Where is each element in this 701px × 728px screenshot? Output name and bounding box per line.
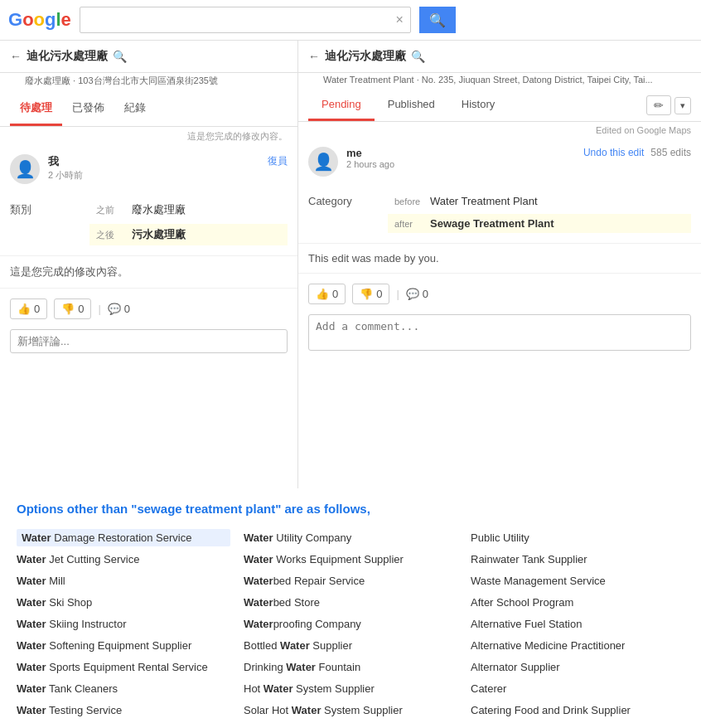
search-button[interactable]: 🔍 bbox=[419, 7, 456, 33]
right-comment-button[interactable]: 💬 0 bbox=[406, 288, 428, 300]
list-item: Bottled Water Supplier bbox=[244, 637, 457, 654]
right-place-subtitle: Water Treatment Plant · No. 235, Jiuquan… bbox=[298, 73, 701, 90]
panels-container: ← 迪化污水處理廠 🔍 廢水處理廠 · 103台灣台北市大同區酒泉街235號 待… bbox=[0, 41, 701, 488]
panel-right: ← 迪化污水處理廠 🔍 Water Treatment Plant · No. … bbox=[298, 41, 701, 488]
left-place-subtitle: 廢水處理廠 · 103台灣台北市大同區酒泉街235號 bbox=[0, 73, 297, 92]
right-user-info: 👤 me 2 hours ago bbox=[308, 147, 394, 177]
left-category-diff: 之前 廢水處理廠 之後 污水處理廠 bbox=[89, 199, 288, 245]
left-google-note: 這是您完成的修改內容。 bbox=[0, 127, 297, 146]
list-item: Caterer bbox=[471, 680, 684, 697]
right-before-label: before bbox=[394, 197, 423, 206]
clear-search-icon[interactable]: × bbox=[389, 12, 410, 27]
list-item: Water Testing Service bbox=[17, 701, 230, 719]
right-before-value: Water Treatment Plant bbox=[430, 195, 538, 207]
options-col1: Water Damage Restoration ServiceWater Je… bbox=[17, 529, 230, 728]
right-after-value: Sewage Treatment Plant bbox=[430, 217, 554, 230]
right-category-label: Category bbox=[308, 192, 375, 207]
edit-icon-button[interactable]: ✏ bbox=[646, 95, 671, 115]
right-vote-row: 👍 0 👎 0 | 💬 0 bbox=[298, 277, 701, 311]
tab-published-left[interactable]: 已發佈 bbox=[62, 92, 114, 126]
options-grid: Water Damage Restoration ServiceWater Je… bbox=[17, 529, 684, 728]
options-col3: Public UtilityRainwater Tank SupplierWas… bbox=[471, 529, 684, 728]
right-diff-after: after Sewage Treatment Plant bbox=[388, 214, 691, 233]
right-thumbs-up-button[interactable]: 👍 0 bbox=[308, 284, 346, 304]
left-panel-header: ← 迪化污水處理廠 🔍 bbox=[0, 41, 297, 73]
dropdown-button[interactable]: ▾ bbox=[674, 97, 691, 114]
tab-history-left[interactable]: 紀錄 bbox=[114, 92, 156, 126]
left-place-title: 迪化污水處理廠 bbox=[27, 49, 108, 64]
right-edited-note: Edited on Google Maps bbox=[298, 122, 701, 138]
right-category-diff: before Water Treatment Plant after Sewag… bbox=[388, 192, 691, 233]
list-item: Water Jet Cutting Service bbox=[17, 551, 230, 568]
left-back-arrow[interactable]: ← bbox=[10, 50, 22, 63]
right-user-time: 2 hours ago bbox=[346, 159, 394, 169]
right-thumbs-up-icon: 👍 bbox=[316, 288, 329, 300]
list-item: Alternator Supplier bbox=[471, 658, 684, 676]
tab-pending-right[interactable]: Pending bbox=[308, 90, 375, 121]
list-item: Solar Hot Water System Supplier bbox=[244, 701, 457, 719]
left-thumbs-down-icon: 👎 bbox=[61, 303, 75, 315]
list-item: Boarding House bbox=[244, 723, 457, 728]
right-comment-icon: 💬 bbox=[406, 288, 419, 300]
left-comment-area bbox=[10, 329, 288, 353]
right-comment-count: 0 bbox=[423, 288, 428, 300]
left-up-count: 0 bbox=[34, 303, 40, 315]
right-back-arrow[interactable]: ← bbox=[308, 50, 320, 63]
list-item: Waterproofing Company bbox=[244, 615, 457, 633]
left-vote-row: 👍 0 👎 0 | 💬 0 bbox=[0, 292, 297, 326]
list-item: Alternative Medicine Practitioner bbox=[471, 637, 684, 654]
left-category-label: 類別 bbox=[10, 199, 76, 217]
right-tabs-items: Pending Published History bbox=[308, 90, 508, 121]
list-item: Water Tank Cleaners bbox=[17, 680, 230, 697]
undo-edit-button[interactable]: Undo this edit bbox=[583, 147, 644, 158]
list-item: Rainwater Tank Supplier bbox=[471, 551, 684, 568]
left-magnify-icon[interactable]: 🔍 bbox=[113, 50, 127, 63]
left-before-value: 廢水處理廠 bbox=[132, 202, 186, 217]
right-panel-header: ← 迪化污水處理廠 🔍 bbox=[298, 41, 701, 73]
edits-count: 585 edits bbox=[650, 147, 691, 158]
right-edit-note: This edit was made by you. bbox=[298, 243, 701, 274]
tab-pending-left[interactable]: 待處理 bbox=[10, 92, 62, 126]
left-thumbs-up-icon: 👍 bbox=[17, 303, 31, 315]
right-comment-input[interactable] bbox=[308, 314, 691, 351]
left-tabs: 待處理 已發佈 紀錄 bbox=[0, 92, 297, 127]
tab-published-right[interactable]: Published bbox=[375, 90, 448, 121]
left-thumbs-down-button[interactable]: 👎 0 bbox=[54, 298, 91, 319]
left-after-label: 之後 bbox=[96, 229, 125, 241]
right-tab-actions: ✏ ▾ bbox=[646, 95, 691, 115]
list-item: Hot Water System Supplier bbox=[244, 680, 457, 697]
left-revert-link[interactable]: 復員 bbox=[268, 154, 288, 168]
list-item: Catering Food and Drink Supplier bbox=[471, 701, 684, 719]
left-diff-before: 之前 廢水處理廠 bbox=[89, 199, 288, 221]
right-place-title: 迪化污水處理廠 bbox=[325, 49, 406, 64]
options-section: Options other than "sewage treatment pla… bbox=[0, 488, 701, 728]
left-comment-input[interactable] bbox=[10, 329, 288, 353]
left-down-count: 0 bbox=[78, 303, 84, 315]
left-comment-icon: 💬 bbox=[108, 303, 121, 315]
left-comment-button[interactable]: 💬 0 bbox=[108, 303, 130, 315]
left-edit-note: 這是您完成的修改內容。 bbox=[0, 255, 297, 289]
google-logo: Google bbox=[8, 9, 71, 31]
left-user-row: 👤 我 2 小時前 復員 bbox=[0, 146, 297, 192]
list-item: After School Program bbox=[471, 594, 684, 611]
right-thumbs-down-button[interactable]: 👎 0 bbox=[352, 284, 389, 304]
list-item: Water Mill bbox=[17, 572, 230, 590]
left-category-row: 類別 之前 廢水處理廠 之後 污水處理廠 bbox=[0, 192, 297, 252]
left-comment-count: 0 bbox=[124, 303, 130, 315]
search-input[interactable] bbox=[80, 13, 389, 27]
right-user-name: me bbox=[346, 147, 394, 159]
search-icon: 🔍 bbox=[429, 13, 446, 27]
tab-history-right[interactable]: History bbox=[448, 90, 508, 121]
left-avatar: 👤 bbox=[10, 154, 40, 184]
list-item: Alternative Fuel Station bbox=[471, 615, 684, 633]
list-item: Public Utility bbox=[471, 529, 684, 546]
list-item: Water Utility Company bbox=[244, 529, 457, 546]
right-up-count: 0 bbox=[332, 288, 338, 300]
right-magnify-icon[interactable]: 🔍 bbox=[411, 50, 425, 63]
left-after-value: 污水處理廠 bbox=[132, 227, 186, 242]
list-item: Drinking Water Fountain bbox=[244, 658, 457, 676]
right-comment-area bbox=[308, 314, 691, 353]
options-col2: Water Utility CompanyWater Works Equipme… bbox=[244, 529, 457, 728]
right-thumbs-down-icon: 👎 bbox=[360, 288, 373, 300]
left-thumbs-up-button[interactable]: 👍 0 bbox=[10, 298, 47, 319]
